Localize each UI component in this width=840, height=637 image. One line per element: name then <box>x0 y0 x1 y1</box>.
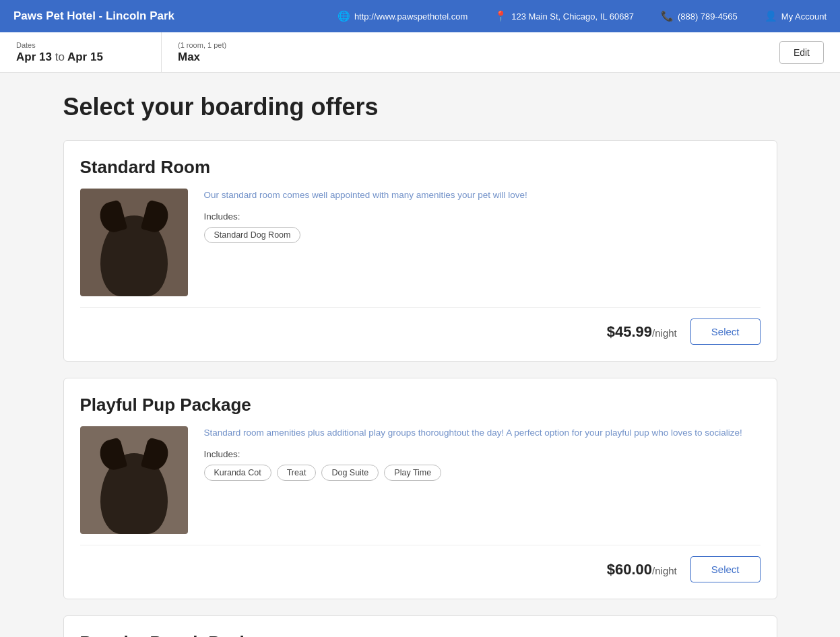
date-from: Apr 13 <box>16 51 52 63</box>
offer-price-playful: $60.00/night <box>607 561 677 578</box>
phone-text: (888) 789-4565 <box>678 11 738 22</box>
edit-section: Edit <box>763 32 840 72</box>
select-button-standard[interactable]: Select <box>690 318 761 345</box>
includes-label-standard: Includes: <box>204 211 761 222</box>
tags-playful: Kuranda Cot Treat Dog Suite Play Time <box>204 465 761 481</box>
offer-card-standard: Standard Room Our standard room comes we… <box>63 140 777 362</box>
dog-ear-right-1 <box>140 199 170 235</box>
offer-body-playful: Standard room amenities plus additional … <box>80 426 761 534</box>
dog-silhouette-1 <box>100 215 168 296</box>
offer-card-playful: Playful Pup Package Standard room amenit… <box>63 378 777 599</box>
offer-description-standard: Our standard room comes well appointed w… <box>204 189 761 202</box>
website-info: 🌐 http://www.pawspethotel.com <box>337 10 467 22</box>
offer-price-standard: $45.99/night <box>607 323 677 341</box>
dates-section: Dates Apr 13 to Apr 15 <box>0 32 162 72</box>
website-url: http://www.pawspethotel.com <box>354 11 467 22</box>
offer-details-playful: Standard room amenities plus additional … <box>204 426 761 534</box>
offer-title-premier: Premier Pooch Package <box>80 632 761 637</box>
offer-title-playful: Playful Pup Package <box>80 395 761 415</box>
offer-footer-standard: $45.99/night Select <box>80 307 761 345</box>
account-icon: 👤 <box>765 10 777 22</box>
price-per-standard: /night <box>652 327 677 339</box>
globe-icon: 🌐 <box>337 10 350 22</box>
sub-header: Dates Apr 13 to Apr 15 (1 room, 1 pet) M… <box>0 32 840 73</box>
tags-standard: Standard Dog Room <box>204 227 761 243</box>
tag-kuranda-cot: Kuranda Cot <box>204 465 271 481</box>
pet-section: (1 room, 1 pet) Max <box>162 32 763 72</box>
date-separator: to <box>55 51 65 63</box>
header: Paws Pet Hotel - Lincoln Park 🌐 http://w… <box>0 0 840 32</box>
offer-title-standard: Standard Room <box>80 157 761 178</box>
price-per-playful: /night <box>652 565 677 576</box>
phone-icon: 📞 <box>661 10 674 22</box>
pet-meta: (1 room, 1 pet) <box>178 41 747 49</box>
account-label: My Account <box>781 11 827 22</box>
tag-dog-suite: Dog Suite <box>321 465 379 481</box>
dog-ear-left-1 <box>96 199 127 235</box>
dog-silhouette-2 <box>100 453 168 534</box>
pet-name: Max <box>178 51 747 64</box>
offer-body-standard: Our standard room comes well appointed w… <box>80 189 761 296</box>
tag-treat: Treat <box>277 465 317 481</box>
address-info: 📍 123 Main St, Chicago, IL 60687 <box>494 10 634 22</box>
dates-label: Dates <box>16 41 145 49</box>
dog-ear-left-2 <box>96 437 127 473</box>
select-button-playful[interactable]: Select <box>690 556 761 582</box>
phone-info: 📞 (888) 789-4565 <box>661 10 738 22</box>
offer-description-playful: Standard room amenities plus additional … <box>204 426 761 440</box>
account-info[interactable]: 👤 My Account <box>765 10 827 22</box>
main-content: Select your boarding offers Standard Roo… <box>50 73 791 637</box>
tag-standard-dog-room: Standard Dog Room <box>204 227 301 243</box>
tag-play-time: Play Time <box>384 465 441 481</box>
date-end: Apr 15 <box>67 51 103 63</box>
offer-image-playful <box>80 426 188 534</box>
dog-ear-right-2 <box>140 437 170 473</box>
location-icon: 📍 <box>494 10 507 22</box>
offer-image-standard <box>80 189 188 296</box>
page-title: Select your boarding offers <box>63 93 777 121</box>
brand-title: Paws Pet Hotel - Lincoln Park <box>13 9 174 23</box>
offer-footer-playful: $60.00/night Select <box>80 545 761 582</box>
edit-button[interactable]: Edit <box>779 41 824 64</box>
address-text: 123 Main St, Chicago, IL 60687 <box>511 11 634 22</box>
includes-label-playful: Includes: <box>204 449 761 459</box>
offer-card-premier: Premier Pooch Package <box>63 615 777 637</box>
offer-details-standard: Our standard room comes well appointed w… <box>204 189 761 296</box>
dates-value: Apr 13 to Apr 15 <box>16 51 145 64</box>
